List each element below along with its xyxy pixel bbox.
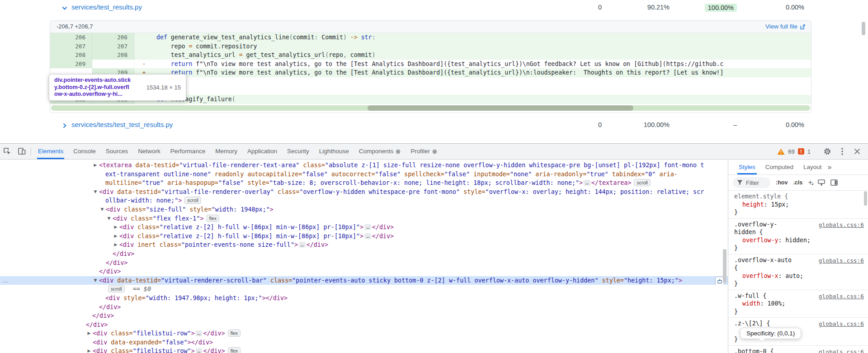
css-property-value[interactable]: auto; bbox=[785, 273, 803, 279]
settings-gear-icon[interactable] bbox=[820, 146, 835, 157]
warning-icon[interactable] bbox=[777, 148, 785, 155]
tab-console[interactable]: Console bbox=[68, 144, 101, 159]
inspect-element-icon[interactable] bbox=[0, 146, 14, 157]
dom-tree-node[interactable]: ▶<div class="relative z-[2] h-full w-[86… bbox=[0, 232, 728, 241]
rule-selector[interactable]: hidden { bbox=[734, 228, 863, 236]
sidebar-tab-styles[interactable]: Styles bbox=[734, 160, 760, 174]
css-property[interactable]: overflow-x: auto; bbox=[734, 272, 863, 280]
kebab-menu-icon[interactable] bbox=[838, 146, 847, 157]
dom-tree-node[interactable]: ▼<div class="size-full" style="width: 19… bbox=[0, 205, 728, 214]
dom-tree-node[interactable]: multiline="true" aria-haspopup="false" s… bbox=[0, 179, 728, 188]
tab-application[interactable]: Application bbox=[242, 144, 282, 159]
tab-security[interactable]: Security bbox=[282, 144, 314, 159]
sidebar-tab-computed[interactable]: Computed bbox=[760, 160, 798, 174]
scroll-badge[interactable]: scroll bbox=[184, 197, 201, 204]
more-tabs-icon[interactable]: » bbox=[828, 163, 832, 171]
dom-tree-node[interactable]: ▼<div data-testid="virtual-renderer-scro… bbox=[0, 276, 728, 285]
dom-tree-node[interactable]: scroll == $0 bbox=[0, 285, 728, 294]
tab-memory[interactable]: Memory bbox=[210, 144, 242, 159]
css-property-value[interactable]: hidden; bbox=[785, 237, 811, 244]
expand-children-button[interactable]: … bbox=[364, 233, 371, 239]
dom-tree-node[interactable]: ▶<div inert class="pointer-events-none s… bbox=[0, 240, 728, 249]
dock-sidebar-icon[interactable] bbox=[830, 179, 838, 186]
twisty-right-icon[interactable]: ▶ bbox=[86, 329, 92, 338]
new-style-rule-button[interactable]: + bbox=[808, 179, 812, 186]
dom-tree-node[interactable]: ▶<div class="filelistui-row">…</div>flex bbox=[0, 347, 728, 353]
css-property-name[interactable]: width bbox=[742, 300, 760, 307]
twisty-right-icon[interactable]: ▶ bbox=[113, 240, 118, 249]
rendering-emulation-icon[interactable] bbox=[818, 179, 825, 186]
sidebar-tab-layout[interactable]: Layout bbox=[798, 160, 827, 174]
expand-children-button[interactable]: … bbox=[584, 180, 590, 186]
styles-vertical-scrollbar[interactable] bbox=[864, 191, 867, 206]
scroll-badge[interactable]: scroll bbox=[108, 285, 125, 292]
expand-children-button[interactable]: … bbox=[364, 224, 371, 230]
page-vertical-scrollbar[interactable] bbox=[862, 22, 865, 35]
dom-tree-node[interactable]: </div> bbox=[0, 259, 728, 268]
flex-badge[interactable]: flex bbox=[228, 329, 241, 337]
css-property[interactable]: height: 15px; bbox=[734, 201, 863, 209]
tab-sources[interactable]: Sources bbox=[101, 144, 133, 159]
dom-tree-node[interactable]: ▼<div data-testid="virtual-file-renderer… bbox=[0, 188, 728, 197]
stylesheet-link[interactable]: globals.css:6 bbox=[819, 348, 864, 353]
diff-horizontal-scrollbar[interactable] bbox=[51, 105, 810, 111]
flex-badge[interactable]: flex bbox=[228, 347, 241, 353]
twisty-down-icon[interactable]: ▼ bbox=[93, 188, 98, 197]
tab-components[interactable]: Components bbox=[354, 144, 406, 159]
stylesheet-link[interactable]: globals.css:6 bbox=[819, 292, 864, 301]
file-name-link[interactable]: services/test_results.py bbox=[71, 3, 142, 11]
dom-tree-node[interactable]: ▼<div class="flex flex-1">flex bbox=[0, 214, 728, 223]
tab-elements[interactable]: Elements bbox=[33, 144, 68, 159]
node-options-icon[interactable]: … bbox=[2, 276, 8, 285]
dom-tree-node[interactable]: ext-transparent outline-none" readonly a… bbox=[0, 170, 728, 179]
twisty-right-icon[interactable]: ▶ bbox=[113, 223, 118, 232]
twisty-down-icon[interactable]: ▼ bbox=[106, 214, 112, 223]
tab-network[interactable]: Network bbox=[133, 144, 165, 159]
twisty-down-icon[interactable]: ▼ bbox=[99, 205, 105, 214]
error-count[interactable]: 1 bbox=[807, 148, 811, 155]
dom-tree-node[interactable]: ▶<div class="filelistui-row">…</div>flex bbox=[0, 329, 728, 338]
expand-children-button[interactable]: … bbox=[299, 242, 306, 248]
dom-tree-node[interactable]: </div> bbox=[0, 249, 728, 259]
dom-tree-node[interactable]: </div> bbox=[0, 267, 728, 276]
css-property[interactable]: overflow-y: hidden; bbox=[734, 236, 863, 245]
chevron-down-icon[interactable] bbox=[61, 5, 68, 11]
stylesheet-link[interactable]: globals.css:6 bbox=[819, 257, 864, 265]
file-name-link[interactable]: services/tests/test_test_results.py bbox=[71, 121, 173, 128]
view-full-file-link[interactable]: View full file bbox=[765, 21, 806, 33]
stylesheet-link[interactable]: globals.css:6 bbox=[819, 320, 864, 328]
dom-tree-node[interactable]: <div data-expanded="false"></div> bbox=[0, 338, 728, 347]
dom-tree-node[interactable]: ▶<div class="relative z-[2] h-full w-[86… bbox=[0, 223, 728, 232]
css-property-name[interactable]: height bbox=[742, 201, 764, 208]
elements-vertical-scrollbar[interactable] bbox=[723, 249, 726, 283]
twisty-right-icon[interactable]: ▶ bbox=[113, 232, 118, 241]
css-property-value[interactable]: 15px; bbox=[771, 201, 789, 208]
device-toolbar-icon[interactable] bbox=[14, 146, 29, 157]
twisty-right-icon[interactable]: ▶ bbox=[86, 347, 92, 353]
twisty-down-icon[interactable]: ▼ bbox=[93, 276, 98, 285]
dom-tree-node[interactable]: </div> bbox=[0, 303, 728, 312]
rule-selector[interactable]: { bbox=[734, 264, 863, 272]
scroll-badge[interactable]: scroll bbox=[634, 179, 651, 186]
css-property[interactable]: width: 100%; bbox=[734, 300, 863, 308]
chevron-right-icon[interactable] bbox=[61, 122, 68, 129]
tab-performance[interactable]: Performance bbox=[165, 144, 210, 159]
warning-count[interactable]: 69 bbox=[788, 148, 794, 155]
toggle-class-button[interactable]: .cls bbox=[793, 179, 802, 186]
dom-tree-node[interactable]: </div> bbox=[0, 311, 728, 320]
dom-tree-node[interactable]: ▶<textarea data-testid="virtual-file-ren… bbox=[0, 161, 728, 170]
tab-profiler[interactable]: Profiler bbox=[406, 144, 442, 159]
error-badge-icon[interactable]: ! bbox=[798, 148, 804, 155]
rule-selector[interactable]: element.style { bbox=[734, 193, 863, 201]
twisty-right-icon[interactable]: ▶ bbox=[93, 161, 98, 170]
toggle-hover-state-button[interactable]: :hov bbox=[776, 179, 788, 186]
expand-children-button[interactable]: … bbox=[196, 348, 203, 353]
stylesheet-link[interactable]: globals.css:6 bbox=[819, 221, 864, 229]
css-property-name[interactable]: overflow-y bbox=[742, 237, 778, 244]
expand-children-button[interactable]: … bbox=[196, 330, 203, 336]
flex-badge[interactable]: flex bbox=[207, 215, 219, 222]
css-property-name[interactable]: overflow-x bbox=[742, 273, 778, 279]
close-icon[interactable] bbox=[850, 146, 864, 157]
styles-filter-input[interactable]: Filter bbox=[733, 177, 770, 188]
diff-scrollbar-thumb[interactable] bbox=[368, 105, 633, 111]
